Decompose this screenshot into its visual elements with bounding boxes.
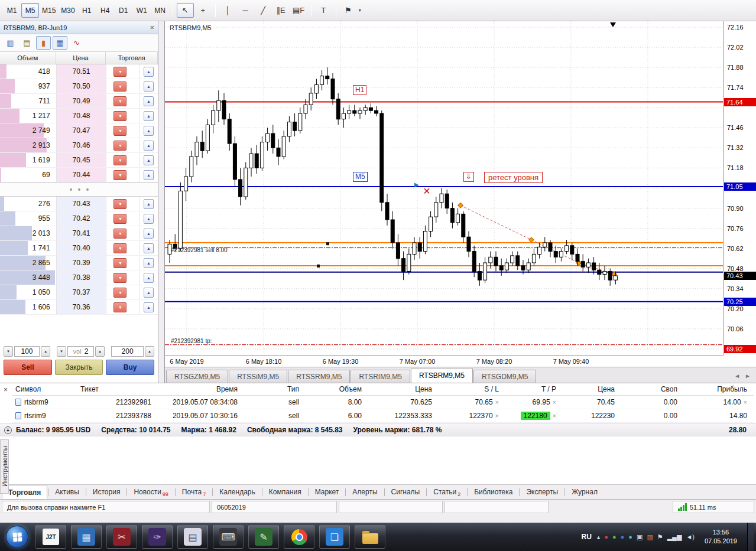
- equidistant-channel-tool-button[interactable]: ∥E: [272, 3, 290, 18]
- limit-field[interactable]: 200: [111, 346, 144, 357]
- time-sales-icon[interactable]: ∿: [69, 36, 84, 50]
- tabs-scroll-right-icon[interactable]: ►: [745, 373, 751, 379]
- qty-down-button[interactable]: ▼: [4, 346, 13, 357]
- toolbox-tab-9[interactable]: Алерты: [346, 485, 383, 500]
- buy-up-button[interactable]: ▲: [144, 170, 154, 180]
- tabs-scroll-left-icon[interactable]: ◄: [734, 373, 740, 379]
- sell-dropdown-button[interactable]: ▼: [113, 67, 126, 77]
- language-indicator[interactable]: RU: [581, 533, 591, 541]
- buy-button[interactable]: Buy: [106, 360, 154, 375]
- bluetooth-icon[interactable]: ●: [621, 534, 625, 540]
- sell-dropdown-button[interactable]: ▼: [113, 229, 126, 239]
- toolbox-tab-12[interactable]: Библиотека: [468, 485, 518, 500]
- spread-separator[interactable]: [0, 182, 158, 197]
- close-icon[interactable]: ×: [150, 23, 154, 32]
- taskbar-clock[interactable]: 13:56 07.05.2019: [700, 528, 742, 546]
- limit-up-button[interactable]: ▲: [145, 346, 154, 357]
- remote-desktop-taskbar-button[interactable]: ▦: [71, 525, 102, 549]
- toolbox-tab-14[interactable]: Журнал: [566, 485, 603, 500]
- start-button[interactable]: [6, 526, 28, 548]
- timeframe-h1-button[interactable]: H1: [78, 3, 96, 18]
- close-position-button[interactable]: Закрыть: [55, 360, 103, 375]
- sell-dropdown-button[interactable]: ▼: [113, 155, 126, 165]
- sell-button[interactable]: Sell: [4, 360, 52, 375]
- chart-tab-rtsrim9m5[interactable]: RTSRIM9,M5: [351, 370, 410, 383]
- depth-grid-icon[interactable]: ▦: [53, 36, 67, 50]
- arrows-tool-button[interactable]: ⚑: [340, 3, 357, 18]
- hidden-icons-chevron[interactable]: ▴: [597, 534, 601, 540]
- timeframe-mn-button[interactable]: MN: [151, 3, 169, 18]
- remove-sl-icon[interactable]: ×: [495, 399, 499, 406]
- show-desktop-button[interactable]: [747, 523, 754, 551]
- tools-dropdown-caret[interactable]: ▾: [359, 8, 361, 13]
- toolbox-tab-6[interactable]: Календарь: [213, 485, 261, 500]
- buy-up-button[interactable]: ▲: [144, 288, 154, 298]
- explorer-taskbar-button[interactable]: [355, 525, 385, 549]
- timeframe-h4-button[interactable]: H4: [96, 3, 114, 18]
- buy-up-button[interactable]: ▲: [144, 141, 154, 151]
- sell-dropdown-button[interactable]: ▼: [113, 288, 126, 298]
- sell-dropdown-button[interactable]: ▼: [113, 214, 126, 224]
- buy-up-button[interactable]: ▲: [144, 67, 154, 77]
- chat-icon[interactable]: ●: [628, 534, 632, 540]
- buy-up-button[interactable]: ▲: [144, 229, 154, 239]
- buy-up-button[interactable]: ▲: [144, 111, 154, 121]
- buy-up-button[interactable]: ▲: [144, 155, 154, 165]
- sell-dropdown-button[interactable]: ▼: [113, 302, 126, 312]
- toolbox-tab-10[interactable]: Сигналы: [385, 485, 426, 500]
- close-icon[interactable]: ×: [4, 386, 8, 394]
- notepad-taskbar-button[interactable]: ▤: [177, 525, 208, 549]
- network-icon[interactable]: ▂▄▆: [667, 534, 682, 540]
- price-axis[interactable]: 72.1672.0271.8871.7471.4671.3271.1870.90…: [723, 21, 756, 356]
- fibonacci-tool-button[interactable]: ▤F: [290, 3, 307, 18]
- sell-dropdown-button[interactable]: ▼: [113, 243, 126, 253]
- toolbox-tab-3[interactable]: История: [87, 485, 126, 500]
- horizontal-line-tool-button[interactable]: ─: [237, 3, 254, 18]
- timeframe-w1-button[interactable]: W1: [133, 3, 151, 18]
- buy-up-button[interactable]: ▲: [144, 96, 154, 106]
- timeframe-m30-button[interactable]: M30: [59, 3, 77, 18]
- volume-icon[interactable]: ◄): [686, 534, 695, 540]
- buy-up-button[interactable]: ▲: [144, 258, 154, 268]
- sell-dropdown-button[interactable]: ▼: [113, 81, 126, 92]
- toolbox-tab-11[interactable]: Статьи2: [427, 485, 466, 500]
- connection-status[interactable]: 51.11 ms: [673, 501, 754, 513]
- timeframe-m5-button[interactable]: M5: [21, 3, 39, 18]
- toolbox-tab-13[interactable]: Эксперты: [520, 485, 564, 500]
- qty-up-button[interactable]: ▲: [41, 346, 50, 357]
- chart-plot[interactable]: RTSBRM9,M5 H1M5⇩ретест уровня#212392981 …: [165, 21, 723, 356]
- chart-tab-rtssrm9m5[interactable]: RTSSRM9,M5: [288, 370, 350, 383]
- headset-icon[interactable]: ●: [604, 534, 608, 540]
- toolbox-tab-4[interactable]: Новости99: [128, 485, 174, 500]
- toolbox-tab-2[interactable]: Активы: [49, 485, 85, 500]
- chrome-taskbar-button[interactable]: [284, 525, 314, 549]
- defender-icon[interactable]: ▣: [637, 534, 643, 540]
- timeframe-m15-button[interactable]: M15: [40, 3, 58, 18]
- buy-up-button[interactable]: ▲: [144, 243, 154, 253]
- chart-window[interactable]: RTSBRM9,M5 H1M5⇩ретест уровня#212392981 …: [164, 21, 756, 383]
- timeframe-m1-button[interactable]: M1: [3, 3, 21, 18]
- trend-line-tool-button[interactable]: ╱: [255, 3, 272, 18]
- on-screen-keyboard-taskbar-button[interactable]: ⌨: [213, 525, 244, 549]
- buy-up-button[interactable]: ▲: [144, 81, 154, 92]
- j2t-taskbar-button[interactable]: J2T: [35, 525, 66, 549]
- alert-icon[interactable]: ▨: [647, 534, 653, 540]
- buy-up-button[interactable]: ▲: [144, 273, 154, 283]
- toolbox-tab-5[interactable]: Почта7: [176, 485, 212, 500]
- text-label-tool-button[interactable]: T: [315, 3, 332, 18]
- task-view-taskbar-button[interactable]: ❏: [319, 525, 350, 549]
- flag-icon[interactable]: ⚑: [657, 534, 663, 540]
- sell-dropdown-button[interactable]: ▼: [113, 111, 126, 121]
- sell-dropdown-button[interactable]: ▼: [113, 273, 126, 283]
- toolbox-tab-7[interactable]: Компания: [263, 485, 307, 500]
- cursor-tool-button[interactable]: ↖: [177, 3, 194, 18]
- sell-dropdown-button[interactable]: ▼: [113, 141, 126, 151]
- editor-taskbar-button[interactable]: ✎: [248, 525, 279, 549]
- feather-app-taskbar-button[interactable]: ✑: [142, 525, 173, 549]
- buy-up-button[interactable]: ▲: [144, 199, 154, 209]
- candles-icon[interactable]: ▮: [36, 36, 51, 50]
- vol-down-button[interactable]: ▼: [57, 346, 66, 357]
- time-axis[interactable]: 6 May 20196 May 18:106 May 19:307 May 07…: [165, 356, 723, 367]
- remove-sl-icon[interactable]: ×: [495, 412, 499, 419]
- vpn-icon[interactable]: ●: [612, 534, 617, 540]
